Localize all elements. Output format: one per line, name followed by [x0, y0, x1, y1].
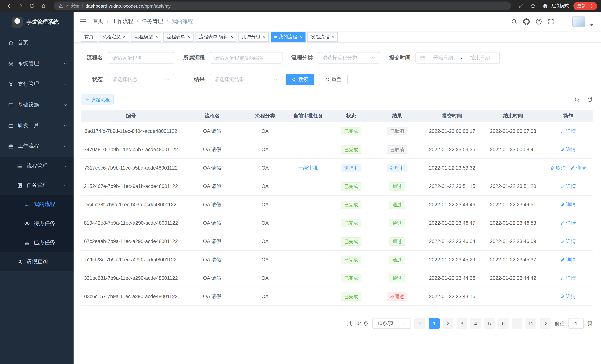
- page-button[interactable]: 4: [470, 318, 481, 329]
- breadcrumb-item[interactable]: 首页: [93, 18, 112, 25]
- fullscreen-icon[interactable]: [548, 18, 554, 25]
- submit-time-range[interactable]: 开始日期 - 结束日期: [415, 52, 500, 64]
- page-size-select[interactable]: 10条/页: [372, 318, 411, 329]
- breadcrumb-item[interactable]: 工作流程: [112, 18, 142, 25]
- page-button[interactable]: 6: [498, 318, 509, 329]
- reset-button[interactable]: 重置: [319, 74, 348, 85]
- detail-action[interactable]: 详情: [560, 183, 576, 190]
- close-icon[interactable]: ×: [331, 34, 334, 39]
- detail-action[interactable]: 详情: [570, 164, 586, 171]
- sidebar-item[interactable]: 已办任务: [0, 233, 74, 252]
- page-button[interactable]: 1: [429, 318, 440, 329]
- password-key-icon[interactable]: [516, 1, 526, 10]
- column-header[interactable]: 结果: [372, 112, 421, 119]
- status-select[interactable]: 请选择状态: [108, 74, 174, 85]
- search-icon[interactable]: [511, 18, 517, 25]
- sidebar-item[interactable]: 研发工具: [0, 115, 74, 136]
- close-icon[interactable]: ×: [299, 34, 302, 39]
- detail-action[interactable]: 详情: [560, 128, 576, 134]
- page-button[interactable]: 5: [484, 318, 495, 329]
- github-icon[interactable]: [523, 18, 530, 25]
- page-button[interactable]: ...: [512, 318, 522, 329]
- parent-process-input[interactable]: [210, 52, 282, 64]
- result-select[interactable]: 请选择流结果: [210, 74, 282, 85]
- toggle-search-icon[interactable]: [574, 97, 580, 102]
- create-process-button[interactable]: 发起流程: [81, 95, 114, 105]
- font-size-icon[interactable]: TT: [560, 18, 566, 25]
- cell-end-time: 2022-01-22 23:51:20: [482, 183, 543, 189]
- page-root: 不安全 dashboard.yudao.iocoder.cn/bpm/task/…: [0, 0, 601, 364]
- column-header[interactable]: 当前审批任务: [287, 112, 330, 119]
- column-header[interactable]: 结束时间: [482, 112, 543, 119]
- start-date-placeholder[interactable]: 开始日期: [428, 54, 458, 61]
- close-icon[interactable]: ×: [123, 34, 126, 39]
- sidebar-item[interactable]: 首页: [0, 32, 74, 53]
- end-date-placeholder[interactable]: 结束日期: [465, 54, 495, 61]
- page-button[interactable]: 2: [443, 318, 453, 329]
- close-icon[interactable]: ×: [263, 34, 265, 39]
- security-label[interactable]: 不安全: [66, 3, 80, 9]
- view-tab[interactable]: 我的流程 ×: [270, 32, 306, 42]
- column-header[interactable]: 编号: [81, 112, 181, 119]
- sidebar-toggle-icon[interactable]: [80, 18, 87, 25]
- caret-down-icon[interactable]: [588, 21, 595, 28]
- next-page-button[interactable]: [540, 318, 551, 329]
- parent-process-field[interactable]: [214, 55, 278, 61]
- app-logo[interactable]: 芋道管理系统: [0, 12, 74, 32]
- search-button[interactable]: 搜索: [286, 74, 314, 85]
- detail-action[interactable]: 详情: [560, 201, 576, 208]
- cancel-action[interactable]: 取消: [550, 164, 566, 171]
- current-task-link[interactable]: 一级审批: [298, 165, 318, 171]
- close-icon[interactable]: ×: [187, 34, 190, 39]
- sidebar-item[interactable]: 支付管理: [0, 74, 74, 95]
- reload-icon[interactable]: [27, 1, 37, 10]
- help-icon[interactable]: [535, 18, 542, 25]
- avatar[interactable]: [572, 16, 585, 27]
- column-header[interactable]: 操作: [543, 112, 592, 119]
- breadcrumb-item[interactable]: 任务管理: [142, 18, 172, 25]
- sidebar-item[interactable]: 请假查询: [0, 252, 74, 271]
- close-icon[interactable]: ×: [230, 34, 233, 39]
- view-tab[interactable]: 流程表单-编辑 ×: [196, 32, 237, 42]
- sidebar-item[interactable]: 流程管理: [0, 157, 74, 176]
- view-tab[interactable]: 首页 ×: [81, 32, 97, 42]
- view-tab[interactable]: 用户分组 ×: [239, 32, 269, 42]
- detail-action[interactable]: 详情: [560, 146, 576, 153]
- breadcrumb-item[interactable]: 我的流程: [172, 18, 193, 25]
- browser-menu-icon[interactable]: [589, 3, 594, 9]
- detail-action[interactable]: 详情: [560, 275, 576, 281]
- column-header[interactable]: 状态: [330, 112, 372, 119]
- view-tab[interactable]: 流程定义 ×: [99, 32, 129, 42]
- view-tab[interactable]: 流程模型 ×: [131, 32, 161, 42]
- goto-page-input[interactable]: [569, 318, 584, 329]
- process-name-input[interactable]: [108, 52, 174, 64]
- prev-page-button[interactable]: [414, 318, 425, 329]
- column-header[interactable]: 流程分类: [243, 112, 287, 119]
- page-button[interactable]: 3: [457, 318, 467, 329]
- page-button[interactable]: 11: [525, 318, 536, 329]
- refresh-table-icon[interactable]: [587, 97, 593, 102]
- back-icon[interactable]: [4, 1, 14, 10]
- sidebar-item[interactable]: 系统管理: [0, 53, 74, 74]
- column-header[interactable]: 提交时间: [421, 112, 482, 119]
- sidebar-item[interactable]: 待办任务: [0, 214, 74, 233]
- process-name-field[interactable]: [112, 55, 170, 61]
- bookmark-star-icon[interactable]: [528, 1, 538, 10]
- view-tab[interactable]: 流程表单 ×: [163, 32, 193, 42]
- detail-action[interactable]: 详情: [560, 293, 576, 300]
- forward-icon[interactable]: [15, 1, 25, 10]
- category-select[interactable]: 请选择流程分类: [318, 52, 380, 64]
- detail-action[interactable]: 详情: [560, 220, 576, 226]
- detail-action[interactable]: 详情: [560, 238, 576, 245]
- detail-action[interactable]: 详情: [560, 256, 576, 263]
- address-bar[interactable]: 不安全 dashboard.yudao.iocoder.cn/bpm/task/…: [54, 1, 511, 10]
- column-header[interactable]: 流程名: [181, 112, 243, 119]
- update-button[interactable]: 更新: [573, 2, 597, 10]
- sidebar-item[interactable]: 工作流程: [0, 136, 74, 156]
- close-icon[interactable]: ×: [155, 34, 158, 39]
- view-tab[interactable]: 发起流程 ×: [307, 32, 338, 42]
- sidebar-item[interactable]: 任务管理: [0, 176, 74, 195]
- browser-home-icon[interactable]: [38, 1, 48, 10]
- sidebar-item[interactable]: 我的流程: [0, 195, 74, 214]
- sidebar-item[interactable]: 基础设施: [0, 95, 74, 115]
